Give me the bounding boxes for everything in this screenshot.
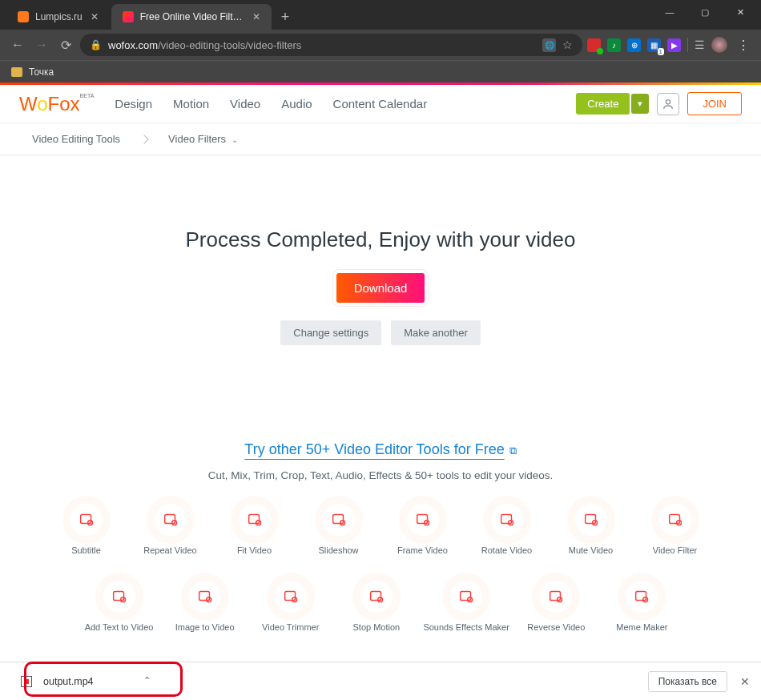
breadcrumb-item[interactable]: Video Editing Tools — [32, 133, 120, 145]
svg-rect-13 — [585, 515, 595, 524]
close-icon[interactable]: ✕ — [252, 11, 260, 22]
reload-button[interactable]: ⟳ — [56, 38, 75, 53]
url-domain: wofox.com — [108, 39, 158, 51]
download-button[interactable]: Download — [336, 273, 425, 303]
tool-item[interactable]: Frame Video — [385, 504, 461, 555]
nav-video[interactable]: Video — [230, 97, 260, 111]
url-bar[interactable]: 🔒 wofox.com/video-editing-tools/video-fi… — [80, 34, 582, 56]
tool-label: Sounds Effects Maker — [423, 622, 509, 632]
tool-item[interactable]: Subtitle — [48, 504, 124, 555]
show-all-downloads-button[interactable]: Показать все — [648, 671, 727, 692]
tools-grid-row1: SubtitleRepeat VideoFit VideoSlideshowFr… — [32, 504, 729, 555]
tab-wofox[interactable]: Free Online Video Filters | WoFo… ✕ — [111, 4, 272, 30]
translate-icon[interactable]: 🌐 — [542, 38, 556, 52]
window-controls: — ▢ ✕ — [652, 0, 758, 24]
breadcrumb-item[interactable]: Video Filters ⌄ — [168, 133, 238, 145]
browser-menu-button[interactable]: ⋮ — [734, 38, 753, 53]
download-item[interactable]: output.mp4 ⌃ — [11, 668, 160, 695]
file-icon — [21, 676, 32, 687]
extension-icon[interactable]: ▦1 — [647, 38, 661, 52]
tool-label: Reverse Video — [517, 622, 595, 632]
try-other-tools-link[interactable]: Try other 50+ Video Editor Tools for Fre… — [244, 441, 516, 457]
tool-icon — [323, 504, 355, 536]
chevron-up-icon[interactable]: ⌃ — [143, 675, 151, 686]
lock-icon: 🔒 — [90, 39, 102, 50]
svg-rect-15 — [669, 515, 679, 524]
tool-icon — [70, 504, 103, 536]
bookmark-star-icon[interactable]: ☆ — [562, 38, 573, 51]
svg-rect-29 — [636, 592, 646, 601]
tool-item[interactable]: Mute Video — [553, 504, 629, 555]
tools-grid-row2: Add Text to VideoImage to VideoVideo Tri… — [32, 581, 729, 632]
maximize-button[interactable]: ▢ — [687, 0, 723, 24]
tool-label: Mute Video — [553, 545, 629, 555]
svg-rect-23 — [371, 592, 381, 601]
create-button[interactable]: Create — [576, 93, 630, 115]
tool-label: Subtitle — [48, 545, 124, 555]
tool-label: Repeat Video — [132, 545, 208, 555]
tool-label: Meme Maker — [603, 622, 681, 632]
svg-rect-11 — [501, 515, 511, 524]
make-another-button[interactable]: Make another — [391, 320, 481, 345]
nav-content-calendar[interactable]: Content Calendar — [333, 97, 428, 111]
tool-item[interactable]: Video Filter — [637, 504, 713, 555]
tool-icon — [360, 581, 393, 613]
back-button[interactable]: ← — [8, 38, 27, 52]
profile-avatar[interactable] — [711, 37, 727, 53]
tool-item[interactable]: Fit Video — [216, 504, 292, 555]
tool-label: Rotate Video — [469, 545, 545, 555]
tab-lumpics[interactable]: Lumpics.ru ✕ — [6, 4, 110, 30]
svg-rect-9 — [417, 515, 427, 524]
tool-item[interactable]: Slideshow — [300, 504, 376, 555]
tool-item[interactable]: Repeat Video — [132, 504, 208, 555]
bookmarks-bar: Точка — [0, 60, 761, 82]
create-dropdown[interactable]: ▾ — [631, 94, 649, 114]
download-filename: output.mp4 — [43, 676, 132, 687]
tab-strip: Lumpics.ru ✕ Free Online Video Filters |… — [0, 0, 761, 30]
wofox-logo[interactable]: WoFoxBETA — [19, 93, 94, 115]
try-section: Try other 50+ Video Editor Tools for Fre… — [32, 441, 729, 632]
tool-label: Video Filter — [637, 545, 713, 555]
tool-icon — [275, 581, 307, 613]
tool-icon — [155, 504, 187, 536]
change-settings-button[interactable]: Change settings — [280, 320, 381, 345]
svg-rect-5 — [248, 515, 259, 524]
nav-motion[interactable]: Motion — [173, 97, 209, 111]
nav-audio[interactable]: Audio — [281, 97, 312, 111]
tool-item[interactable]: Sounds Effects Maker — [423, 581, 509, 632]
new-tab-button[interactable]: + — [273, 4, 298, 30]
reader-icon[interactable]: ☰ — [695, 38, 705, 51]
tool-item[interactable]: Reverse Video — [517, 581, 595, 632]
tool-item[interactable]: Add Text to Video — [80, 581, 158, 632]
tool-icon — [626, 581, 658, 613]
extension-icon[interactable]: ♪ — [607, 38, 621, 52]
extension-icon[interactable]: ▶ — [667, 38, 681, 52]
minimize-button[interactable]: — — [652, 0, 687, 24]
join-button[interactable]: JOIN — [687, 92, 742, 115]
svg-rect-17 — [113, 592, 123, 601]
close-window-button[interactable]: ✕ — [723, 0, 758, 24]
tool-item[interactable]: Meme Maker — [603, 581, 681, 632]
close-shelf-button[interactable]: ✕ — [740, 675, 750, 688]
tool-item[interactable]: Rotate Video — [469, 504, 545, 555]
site-header: WoFoxBETA Design Motion Video Audio Cont… — [0, 85, 761, 123]
user-icon[interactable] — [657, 93, 679, 115]
tool-icon — [189, 581, 221, 613]
tool-icon — [407, 504, 439, 536]
forward-button[interactable]: → — [32, 38, 51, 52]
extension-icon[interactable] — [587, 38, 601, 52]
folder-icon — [11, 67, 22, 77]
tool-item[interactable]: Image to Video — [166, 581, 244, 632]
bookmark-item[interactable]: Точка — [29, 66, 54, 78]
svg-rect-19 — [199, 592, 209, 601]
tool-icon — [659, 504, 691, 536]
svg-point-0 — [666, 99, 670, 103]
svg-rect-27 — [550, 592, 561, 601]
extension-icon[interactable]: ⊕ — [627, 38, 641, 52]
tab-title: Free Online Video Filters | WoFo… — [140, 11, 244, 22]
close-icon[interactable]: ✕ — [91, 11, 99, 22]
nav-design[interactable]: Design — [115, 97, 152, 111]
tool-item[interactable]: Stop Motion — [337, 581, 415, 632]
tool-item[interactable]: Video Trimmer — [252, 581, 329, 632]
tab-title: Lumpics.ru — [35, 11, 83, 22]
